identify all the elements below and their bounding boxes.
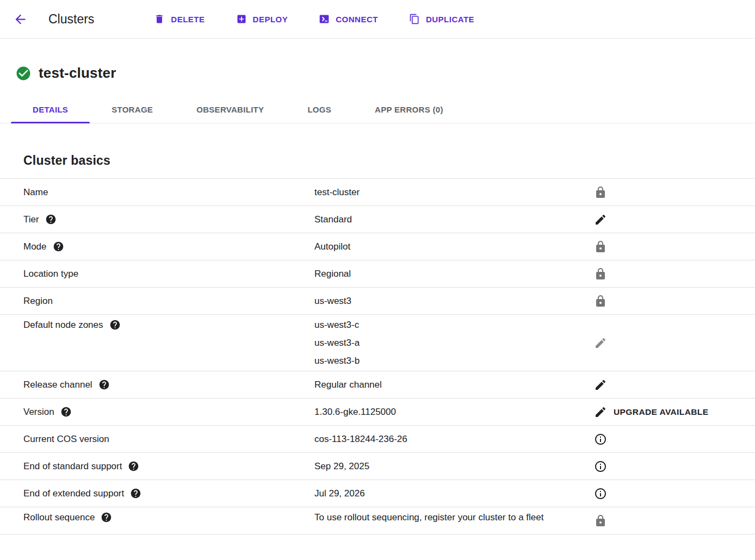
row-action <box>594 186 755 199</box>
info-icon[interactable] <box>594 433 607 446</box>
help-icon[interactable] <box>109 319 121 331</box>
row-value: Autopilot <box>314 238 571 256</box>
delete-icon <box>154 14 165 24</box>
row-action <box>594 460 755 473</box>
help-icon[interactable] <box>101 512 112 523</box>
tab-observability[interactable]: OBSERVABILITY <box>175 96 286 123</box>
tab-storage[interactable]: STORAGE <box>90 96 175 123</box>
back-button[interactable] <box>13 12 28 27</box>
check-circle-icon <box>15 65 32 82</box>
row-value: Regional <box>314 265 571 283</box>
tab-details[interactable]: DETAILS <box>11 96 90 123</box>
info-icon[interactable] <box>594 460 607 473</box>
header-actions: DELETEDEPLOYCONNECTDUPLICATE <box>154 14 474 24</box>
row-action: UPGRADE AVAILABLE <box>594 406 755 419</box>
delete-button[interactable]: DELETE <box>154 14 205 24</box>
row-label: Tier <box>23 210 314 228</box>
row-action <box>594 337 755 350</box>
row-action <box>594 433 755 446</box>
duplicate-button[interactable]: DUPLICATE <box>409 14 474 24</box>
help-icon[interactable] <box>128 461 139 472</box>
edit-icon <box>594 337 607 350</box>
table-row-location-type: Location typeRegional <box>0 260 755 287</box>
row-value: Regular channel <box>314 376 571 394</box>
tab-label: OBSERVABILITY <box>196 105 264 114</box>
row-action <box>594 213 755 226</box>
table-row-end-of-extended-support: End of extended supportJul 29, 2026 <box>0 480 755 507</box>
edit-icon[interactable] <box>594 406 607 419</box>
row-action <box>594 378 755 391</box>
row-action <box>594 267 755 281</box>
row-label: Region <box>23 292 314 310</box>
row-label: Current COS version <box>23 430 314 448</box>
table-row-tier: TierStandard <box>0 206 755 233</box>
table-row-end-of-standard-support: End of standard supportSep 29, 2025 <box>0 452 755 480</box>
row-label: Name <box>23 183 314 201</box>
lock-icon <box>594 514 607 527</box>
row-value: Jul 29, 2026 <box>314 484 571 502</box>
edit-icon[interactable] <box>594 213 607 226</box>
cluster-name: test-cluster <box>39 65 116 82</box>
info-icon[interactable] <box>594 487 607 500</box>
lock-icon <box>594 240 607 253</box>
back-arrow-icon <box>13 12 28 27</box>
tab-app-errors-0[interactable]: APP ERRORS (0) <box>353 96 465 123</box>
table-row-default-node-zones: Default node zonesus-west3-cus-west3-aus… <box>0 314 755 371</box>
row-action <box>594 487 755 500</box>
row-action <box>594 240 755 253</box>
lock-icon <box>594 295 607 308</box>
row-value: cos-113-18244-236-26 <box>314 430 571 448</box>
table-row-rollout-sequence: Rollout sequenceTo use rollout sequencin… <box>0 507 755 534</box>
row-label: Release channel <box>23 376 314 394</box>
row-label: Location type <box>23 265 314 283</box>
row-label: End of standard support <box>23 457 314 475</box>
row-value: Sep 29, 2025 <box>314 457 571 475</box>
row-label: Rollout sequence <box>23 508 314 526</box>
row-value: us-west3-cus-west3-aus-west3-b <box>314 316 571 370</box>
table-row-version: Version1.30.6-gke.1125000UPGRADE AVAILAB… <box>0 398 755 425</box>
connect-icon <box>319 14 330 24</box>
help-icon[interactable] <box>130 488 141 499</box>
help-icon[interactable] <box>45 214 57 225</box>
row-label: Default node zones <box>23 316 314 334</box>
cluster-heading: test-cluster <box>15 65 755 82</box>
top-action-bar: Clusters DELETEDEPLOYCONNECTDUPLICATE <box>0 0 755 39</box>
duplicate-icon <box>409 14 420 24</box>
tab-label: APP ERRORS (0) <box>375 105 443 114</box>
deploy-button-label: DEPLOY <box>253 15 288 24</box>
upgrade-available-label[interactable]: UPGRADE AVAILABLE <box>614 407 708 417</box>
row-label: Mode <box>23 238 314 256</box>
table-row-mode: ModeAutopilot <box>0 233 755 260</box>
row-value: test-cluster <box>314 183 571 201</box>
connect-button[interactable]: CONNECT <box>319 14 378 24</box>
deploy-button[interactable]: DEPLOY <box>236 14 288 24</box>
help-icon[interactable] <box>98 379 110 390</box>
table-row-region: Regionus-west3 <box>0 287 755 314</box>
help-icon[interactable] <box>53 241 64 252</box>
row-value: To use rollout sequencing, register your… <box>314 508 571 526</box>
row-value: us-west3 <box>314 292 571 310</box>
row-label: End of extended support <box>23 484 314 502</box>
duplicate-button-label: DUPLICATE <box>426 15 474 24</box>
tab-bar: DETAILSSTORAGEOBSERVABILITYLOGSAPP ERROR… <box>0 96 755 123</box>
row-action <box>594 514 755 527</box>
edit-icon[interactable] <box>594 378 607 391</box>
delete-button-label: DELETE <box>171 15 205 24</box>
row-value: 1.30.6-gke.1125000 <box>314 403 571 421</box>
page-title: Clusters <box>48 12 94 27</box>
cluster-basics-table: Nametest-clusterTierStandardModeAutopilo… <box>0 178 755 534</box>
tab-label: DETAILS <box>33 105 68 114</box>
section-title: Cluster basics <box>23 153 755 168</box>
lock-icon <box>594 267 607 281</box>
table-row-name: Nametest-cluster <box>0 178 755 206</box>
table-row-release-channel: Release channelRegular channel <box>0 371 755 398</box>
tab-label: STORAGE <box>112 105 153 114</box>
row-action <box>594 295 755 308</box>
deploy-icon <box>236 14 247 24</box>
tab-label: LOGS <box>307 105 331 114</box>
row-label: Version <box>23 403 314 421</box>
tab-logs[interactable]: LOGS <box>286 96 353 123</box>
help-icon[interactable] <box>60 406 72 418</box>
row-value: Standard <box>314 210 571 228</box>
lock-icon <box>594 186 607 199</box>
